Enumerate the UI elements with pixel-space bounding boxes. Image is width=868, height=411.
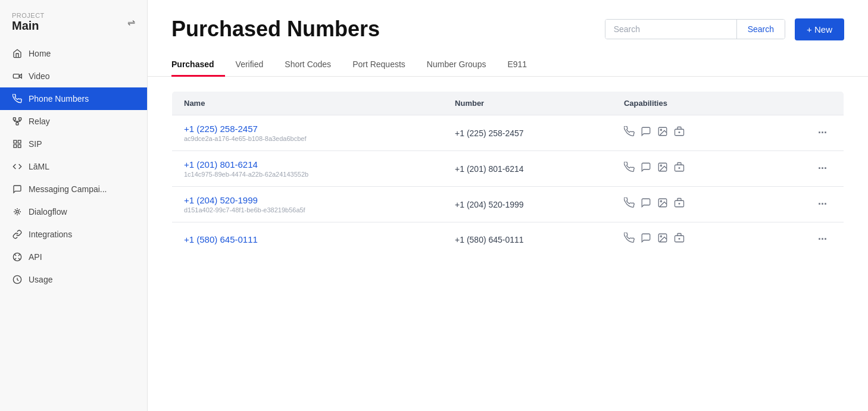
sidebar-item-messaging-campaigns[interactable]: Messaging Campai... [0, 178, 147, 200]
sidebar-item-label: Dialogflow [29, 207, 67, 217]
search-input[interactable] [605, 20, 736, 39]
phone-capability-icon [624, 126, 635, 140]
svg-point-27 [660, 200, 661, 202]
image-capability-icon [657, 126, 668, 140]
number-name-link[interactable]: +1 (225) 258-2457 [184, 124, 431, 134]
phone-capability-icon [624, 233, 635, 246]
chat-capability-icon [641, 162, 651, 175]
image-capability-icon [657, 233, 668, 246]
main-header: Purchased Numbers Search + New [148, 0, 868, 54]
table-row: +1 (201) 801-6214 1c14c975-89eb-4474-a22… [172, 151, 844, 187]
tab-purchased[interactable]: Purchased [171, 54, 225, 77]
sidebar-nav: Home Video Phone Numbers Relay SIP LāML … [0, 42, 147, 297]
number-uuid: ac9dce2a-a176-4e65-b108-8a3eda6bcbef [184, 135, 431, 142]
svg-line-10 [15, 209, 16, 211]
tabs-bar: PurchasedVerifiedShort CodesPort Request… [148, 54, 868, 77]
page-title: Purchased Numbers [171, 17, 595, 42]
col-number: Number [443, 92, 612, 115]
table-row: +1 (225) 258-2457 ac9dce2a-a176-4e65-b10… [172, 115, 844, 151]
svg-point-32 [660, 236, 661, 237]
sidebar: Project Main ⇌ Home Video Phone Numbers … [0, 0, 148, 411]
table-container: Name Number Capabilities +1 (225) 258-24… [148, 77, 868, 411]
sidebar-item-label: Home [29, 49, 51, 58]
tab-e911[interactable]: E911 [497, 54, 538, 77]
table-header-row: Name Number Capabilities [172, 92, 844, 115]
tab-short-codes[interactable]: Short Codes [274, 54, 342, 77]
fax-capability-icon [674, 233, 685, 246]
sidebar-item-laml[interactable]: LāML [0, 155, 147, 178]
number-cell: +1 (580) 645-0111 [443, 222, 612, 257]
number-name-link[interactable]: +1 (580) 645-0111 [184, 234, 431, 244]
svg-line-11 [18, 213, 20, 214]
relay-icon [12, 116, 23, 127]
phone-capability-icon [624, 197, 635, 211]
actions-cell: ··· [766, 151, 844, 187]
sidebar-item-api[interactable]: API [0, 246, 147, 268]
row-more-button[interactable]: ··· [813, 231, 832, 248]
sidebar-item-video[interactable]: Video [0, 65, 147, 87]
number-cell: +1 (201) 801-6214 [443, 151, 612, 187]
svg-rect-8 [18, 145, 21, 148]
svg-rect-6 [18, 140, 21, 143]
home-icon [12, 48, 23, 59]
svg-rect-2 [13, 118, 15, 120]
svg-rect-5 [14, 140, 17, 143]
svg-point-22 [660, 165, 661, 166]
sidebar-item-sip[interactable]: SIP [0, 133, 147, 155]
table-body: +1 (225) 258-2457 ac9dce2a-a176-4e65-b10… [172, 115, 844, 257]
number-uuid: d151a402-99c7-48f1-be6b-e38219b56a5f [184, 206, 431, 214]
sidebar-item-label: LāML [29, 162, 49, 171]
svg-line-13 [15, 213, 16, 214]
usage-icon [12, 274, 23, 285]
sidebar-item-label: API [29, 252, 42, 262]
col-name: Name [172, 92, 444, 115]
number-name-link[interactable]: +1 (201) 801-6214 [184, 159, 431, 170]
phone-numbers-icon [12, 93, 23, 104]
image-capability-icon [657, 162, 668, 175]
project-name: Main [12, 19, 39, 32]
sidebar-item-relay[interactable]: Relay [0, 110, 147, 133]
svg-point-17 [660, 129, 661, 130]
messaging-campaigns-icon [12, 184, 23, 194]
sidebar-item-usage[interactable]: Usage [0, 268, 147, 291]
sidebar-item-dialogflow[interactable]: Dialogflow [0, 200, 147, 223]
actions-cell: ··· [766, 222, 844, 257]
chat-capability-icon [641, 233, 651, 246]
table-row: +1 (580) 645-0111 +1 (580) 645-0111 ··· [172, 222, 844, 257]
fax-capability-icon [674, 126, 685, 140]
main-content: Purchased Numbers Search + New Purchased… [148, 0, 868, 411]
name-cell: +1 (580) 645-0111 [172, 222, 444, 257]
row-more-button[interactable]: ··· [813, 160, 832, 177]
table-row: +1 (204) 520-1999 d151a402-99c7-48f1-be6… [172, 187, 844, 222]
col-capabilities: Capabilities [612, 92, 766, 115]
sidebar-item-phone-numbers[interactable]: Phone Numbers [0, 87, 147, 110]
sidebar-header: Project Main ⇌ [0, 0, 147, 42]
chat-capability-icon [641, 126, 651, 140]
tab-number-groups[interactable]: Number Groups [416, 54, 497, 77]
switch-project-icon[interactable]: ⇌ [127, 17, 135, 28]
row-more-button[interactable]: ··· [813, 124, 832, 142]
svg-rect-7 [14, 145, 17, 148]
search-button[interactable]: Search [736, 20, 785, 39]
number-cell: +1 (225) 258-2457 [443, 115, 612, 151]
capabilities-cell [612, 222, 766, 257]
tab-port-requests[interactable]: Port Requests [342, 54, 416, 77]
tab-verified[interactable]: Verified [225, 54, 274, 77]
name-cell: +1 (225) 258-2457 ac9dce2a-a176-4e65-b10… [172, 115, 444, 151]
number-name-link[interactable]: +1 (204) 520-1999 [184, 195, 431, 205]
sidebar-item-integrations[interactable]: Integrations [0, 223, 147, 246]
svg-rect-3 [19, 118, 21, 120]
svg-rect-4 [16, 123, 18, 125]
name-cell: +1 (201) 801-6214 1c14c975-89eb-4474-a22… [172, 151, 444, 187]
image-capability-icon [657, 197, 668, 211]
new-button[interactable]: + New [795, 18, 844, 40]
search-wrapper: Search [605, 19, 785, 39]
capabilities-cell [612, 187, 766, 222]
row-more-button[interactable]: ··· [813, 196, 832, 213]
sidebar-item-home[interactable]: Home [0, 42, 147, 65]
svg-point-9 [16, 211, 18, 213]
sidebar-item-label: Usage [29, 275, 52, 284]
name-cell: +1 (204) 520-1999 d151a402-99c7-48f1-be6… [172, 187, 444, 222]
number-cell: +1 (204) 520-1999 [443, 187, 612, 222]
fax-capability-icon [674, 197, 685, 211]
